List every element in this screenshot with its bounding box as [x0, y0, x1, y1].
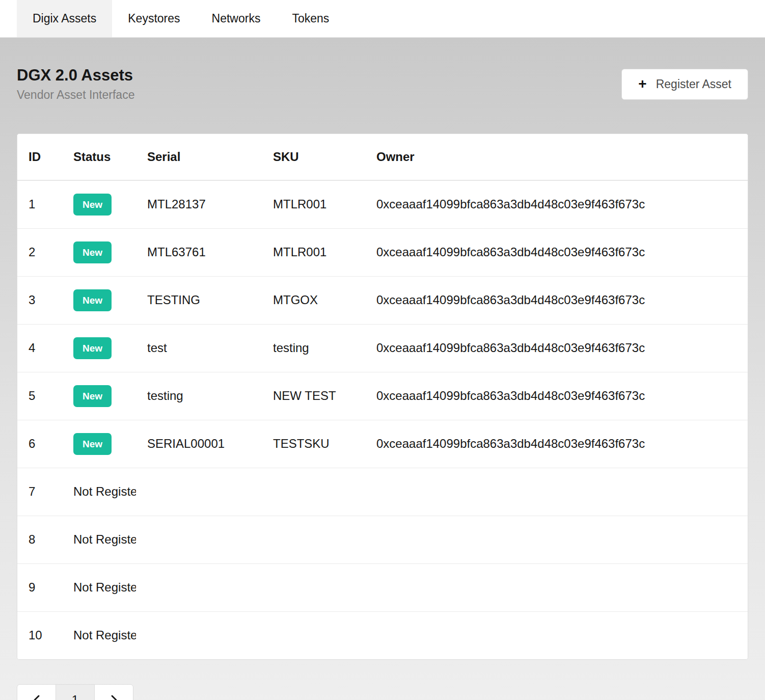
table-row: 5NewtestingNEW TEST0xceaaaf14099bfca863a… — [17, 372, 748, 420]
status-badge: New — [73, 385, 112, 407]
assets-table-card: ID Status Serial SKU Owner 1NewMTL28137M… — [17, 133, 748, 660]
cell-id: 5 — [17, 372, 62, 420]
assets-table-head: ID Status Serial SKU Owner — [17, 134, 748, 180]
tab-bar: Digix AssetsKeystoresNetworksTokens — [0, 0, 765, 38]
cell-id: 9 — [17, 563, 62, 611]
cell-serial — [136, 563, 262, 611]
register-asset-button[interactable]: + Register Asset — [621, 69, 748, 100]
tab-tokens[interactable]: Tokens — [276, 0, 345, 37]
cell-sku: MTLR001 — [262, 228, 365, 276]
cell-serial — [136, 516, 262, 563]
table-row: 3NewTESTINGMTGOX0xceaaaf14099bfca863a3db… — [17, 276, 748, 324]
cell-id: 8 — [17, 516, 62, 563]
table-row: 6NewSERIAL00001TESTSKU0xceaaaf14099bfca8… — [17, 420, 748, 468]
cell-status: New — [62, 180, 136, 228]
chevron-left-icon — [33, 694, 40, 700]
tab-networks[interactable]: Networks — [196, 0, 277, 37]
cell-owner: 0xceaaaf14099bfca863a3db4d48c03e9f463f67… — [365, 420, 748, 468]
cell-status: New — [62, 324, 136, 372]
cell-sku: TESTSKU — [262, 420, 365, 468]
pagination-page-1-button[interactable]: 1 — [56, 684, 95, 700]
cell-owner: 0xceaaaf14099bfca863a3db4d48c03e9f463f67… — [365, 372, 748, 420]
cell-serial: testing — [136, 372, 262, 420]
title-block: DGX 2.0 Assets Vendor Asset Interface — [17, 66, 134, 102]
cell-owner: 0xceaaaf14099bfca863a3db4d48c03e9f463f67… — [365, 228, 748, 276]
table-row: 2NewMTL63761MTLR0010xceaaaf14099bfca863a… — [17, 228, 748, 276]
cell-status: Not Registered — [62, 563, 136, 611]
column-header-serial: Serial — [136, 134, 262, 180]
plus-icon: + — [638, 77, 646, 91]
pagination-prev-button[interactable] — [17, 684, 56, 700]
status-badge: New — [73, 194, 112, 216]
cell-sku — [262, 611, 365, 659]
status-badge: New — [73, 433, 112, 455]
asset-table-body: 1NewMTL28137MTLR0010xceaaaf14099bfca863a… — [17, 180, 748, 659]
cell-owner: 0xceaaaf14099bfca863a3db4d48c03e9f463f67… — [365, 180, 748, 228]
cell-id: 7 — [17, 468, 62, 516]
cell-id: 2 — [17, 228, 62, 276]
tab-digix-assets[interactable]: Digix Assets — [17, 0, 112, 37]
table-row: 8Not Registered — [17, 516, 748, 563]
register-asset-button-label: Register Asset — [656, 77, 731, 91]
cell-serial — [136, 468, 262, 516]
cell-serial: SERIAL00001 — [136, 420, 262, 468]
column-header-status: Status — [62, 134, 136, 180]
cell-serial: TESTING — [136, 276, 262, 324]
page-subtitle: Vendor Asset Interface — [17, 88, 134, 102]
status-badge: New — [73, 337, 112, 359]
cell-id: 4 — [17, 324, 62, 372]
tab-keystores[interactable]: Keystores — [112, 0, 196, 37]
assets-table: ID Status Serial SKU Owner 1NewMTL28137M… — [17, 134, 748, 659]
cell-sku: testing — [262, 324, 365, 372]
cell-owner — [365, 516, 748, 563]
status-badge: New — [73, 241, 112, 263]
chevron-right-icon — [111, 694, 118, 700]
pagination: 1 — [17, 684, 748, 700]
table-row: 1NewMTL28137MTLR0010xceaaaf14099bfca863a… — [17, 180, 748, 228]
cell-status: Not Registered — [62, 516, 136, 563]
table-row: 4Newtesttesting0xceaaaf14099bfca863a3db4… — [17, 324, 748, 372]
cell-serial: MTL28137 — [136, 180, 262, 228]
cell-sku — [262, 516, 365, 563]
status-badge: New — [73, 289, 112, 311]
cell-status: New — [62, 276, 136, 324]
cell-owner: 0xceaaaf14099bfca863a3db4d48c03e9f463f67… — [365, 324, 748, 372]
page: Digix AssetsKeystoresNetworksTokens DGX … — [0, 0, 765, 700]
table-row: 10Not Registered — [17, 611, 748, 659]
table-row: 9Not Registered — [17, 563, 748, 611]
cell-status: Not Registered — [62, 611, 136, 659]
cell-status: Not Registered — [62, 468, 136, 516]
content-area: DGX 2.0 Assets Vendor Asset Interface + … — [0, 38, 765, 700]
column-header-owner: Owner — [365, 134, 748, 180]
pagination-next-button[interactable] — [94, 684, 133, 700]
cell-id: 6 — [17, 420, 62, 468]
cell-status: New — [62, 372, 136, 420]
cell-serial: test — [136, 324, 262, 372]
page-title: DGX 2.0 Assets — [17, 66, 134, 85]
cell-owner: 0xceaaaf14099bfca863a3db4d48c03e9f463f67… — [365, 276, 748, 324]
cell-id: 1 — [17, 180, 62, 228]
cell-serial: MTL63761 — [136, 228, 262, 276]
cell-sku — [262, 468, 365, 516]
cell-status: New — [62, 228, 136, 276]
cell-serial — [136, 611, 262, 659]
cell-sku: MTGOX — [262, 276, 365, 324]
header-row: ID Status Serial SKU Owner — [17, 134, 748, 180]
cell-owner — [365, 611, 748, 659]
cell-sku — [262, 563, 365, 611]
column-header-id: ID — [17, 134, 62, 180]
cell-status: New — [62, 420, 136, 468]
cell-id: 10 — [17, 611, 62, 659]
cell-owner — [365, 468, 748, 516]
cell-id: 3 — [17, 276, 62, 324]
page-header: DGX 2.0 Assets Vendor Asset Interface + … — [17, 66, 748, 102]
cell-sku: MTLR001 — [262, 180, 365, 228]
cell-sku: NEW TEST — [262, 372, 365, 420]
column-header-sku: SKU — [262, 134, 365, 180]
cell-owner — [365, 563, 748, 611]
table-row: 7Not Registered — [17, 468, 748, 516]
